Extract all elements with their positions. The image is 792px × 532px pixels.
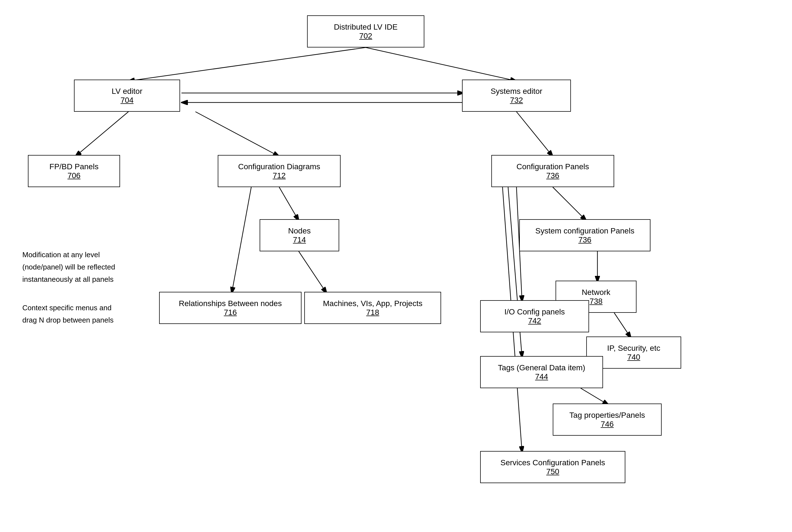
svg-line-3 (366, 48, 517, 81)
note-modification: Modification at any level (node/panel) w… (22, 249, 115, 286)
svg-line-8 (517, 112, 553, 156)
node-tag-properties: Tag properties/Panels 746 (553, 403, 662, 436)
node-relationships: Relationships Between nodes 716 (159, 292, 302, 324)
svg-line-17 (614, 313, 631, 338)
node-distributed-lv-ide: Distributed LV IDE 702 (307, 15, 424, 48)
node-config-diagrams: Configuration Diagrams 712 (218, 155, 341, 187)
svg-line-2 (129, 48, 366, 81)
svg-line-11 (299, 251, 327, 293)
svg-line-9 (279, 187, 299, 221)
svg-line-12 (553, 187, 586, 221)
node-io-config: I/O Config panels 742 (480, 300, 589, 332)
node-nodes-714: Nodes 714 (259, 219, 339, 251)
note-context: Context specific menus and drag N drop b… (22, 302, 114, 326)
node-system-config-panels: System configuration Panels 736 (519, 219, 651, 251)
node-machines-vis: Machines, VIs, App, Projects 718 (304, 292, 441, 324)
node-tags: Tags (General Data item) 744 (480, 356, 603, 388)
svg-line-7 (195, 112, 279, 156)
node-systems-editor: Systems editor 732 (462, 80, 571, 112)
svg-line-18 (581, 388, 609, 405)
node-services-config: Services Configuration Panels 750 (480, 451, 625, 483)
node-lv-editor: LV editor 704 (74, 80, 180, 112)
svg-line-6 (75, 112, 129, 156)
diagram-container: Distributed LV IDE 702 LV editor 704 Sys… (0, 0, 792, 532)
svg-line-10 (232, 187, 251, 293)
node-config-panels: Configuration Panels 736 (491, 155, 614, 187)
node-fp-bd-panels: FP/BD Panels 706 (28, 155, 120, 187)
